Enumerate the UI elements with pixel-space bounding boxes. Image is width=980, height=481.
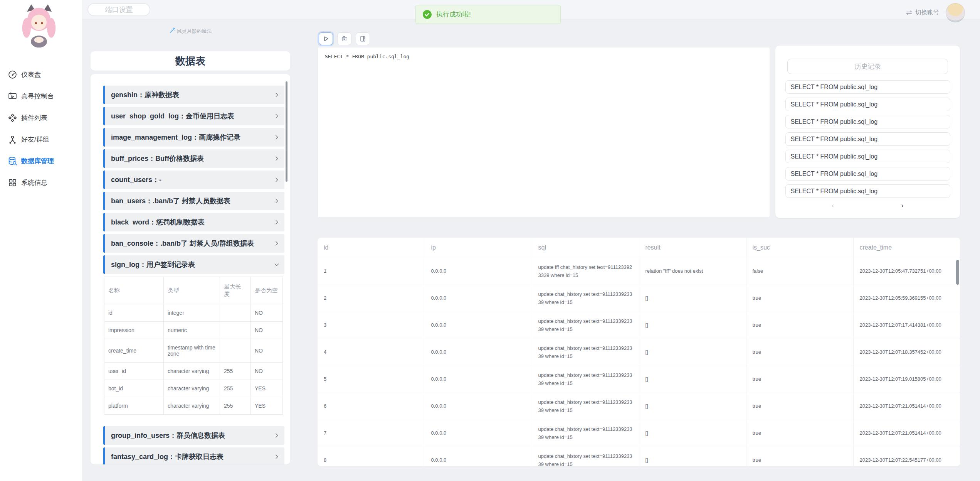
- cell-is-suc: true: [746, 285, 853, 312]
- chevron-right-icon: [274, 134, 280, 140]
- table-item-label: sign_log：用户签到记录表: [111, 260, 195, 269]
- schema-header-cell: 最大长度: [220, 277, 251, 304]
- cell-create-time: 2023-12-30T12:07:22.545177+00:00: [853, 447, 960, 467]
- magic-wand-icon: [169, 27, 176, 34]
- history-item[interactable]: SELECT * FROM public.sql_log: [785, 184, 950, 198]
- watermark: 风灵月影的魔法: [91, 28, 290, 35]
- sql-editor[interactable]: SELECT * FROM public.sql_log: [318, 47, 770, 218]
- cell-ip: 0.0.0.0: [425, 420, 532, 447]
- next-page-button[interactable]: ›: [901, 202, 904, 209]
- results-panel: idipsqlresultis_succreate_time 1 0.0.0.0…: [318, 238, 960, 466]
- sidebar-item-label: 仪表盘: [21, 70, 41, 79]
- sidebar-item-friends-groups[interactable]: 好友/群组: [0, 133, 82, 146]
- table-item[interactable]: genshin：原神数据表: [103, 86, 284, 104]
- schema-row: bot_id character varying 255 YES: [104, 380, 283, 397]
- sidebar: 仪表盘 真寻控制台 插件列表 好友/群组 数据库管理: [0, 0, 82, 481]
- sidebar-item-label: 系统信息: [21, 178, 47, 187]
- table-item[interactable]: user_shop_gold_log：金币使用日志表: [103, 107, 284, 125]
- cell-create-time: 2023-12-30T12:07:18.357452+00:00: [853, 339, 960, 366]
- tables-list-top: genshin：原神数据表 user_shop_gold_log：金币使用日志表…: [91, 86, 290, 274]
- chevron-right-icon: [274, 113, 280, 119]
- table-item[interactable]: count_users：-: [103, 170, 284, 189]
- schema-body: id integer NO impression numeric NO crea…: [104, 304, 283, 415]
- success-toast: 执行成功啦!: [415, 5, 561, 24]
- tables-list-bottom: group_info_users：群员信息数据表 fantasy_card_lo…: [91, 426, 290, 464]
- prev-page-button[interactable]: ‹: [832, 202, 834, 209]
- sidebar-item-plugins[interactable]: 插件列表: [0, 111, 82, 124]
- switch-account-icon: ⇌: [906, 8, 912, 17]
- history-item[interactable]: SELECT * FROM public.sql_log: [785, 132, 950, 146]
- switch-account[interactable]: ⇌ 切换账号: [906, 8, 939, 17]
- plugins-icon: [8, 113, 17, 123]
- results-row: 3 0.0.0.0 update chat_history set text=9…: [318, 312, 960, 339]
- schema-cell-maxlen: [220, 304, 251, 322]
- user-avatar[interactable]: [946, 3, 965, 22]
- table-item[interactable]: group_info_users：群员信息数据表: [103, 426, 284, 445]
- history-title: 历史记录: [787, 59, 948, 74]
- console-icon: [8, 91, 17, 101]
- scrollbar-thumb[interactable]: [286, 81, 287, 182]
- schema-cell-name: create_time: [104, 339, 164, 363]
- clear-sql-button[interactable]: [337, 32, 351, 45]
- chevron-right-icon: [274, 432, 280, 439]
- cell-sql: update fff chat_history set text=9111233…: [532, 258, 639, 285]
- sql-editor-content: SELECT * FROM public.sql_log: [325, 54, 409, 59]
- cell-create-time: 2023-12-30T12:07:17.414381+00:00: [853, 312, 960, 339]
- cell-id: 5: [318, 366, 425, 393]
- table-item[interactable]: buff_prices：Buff价格数据表: [103, 149, 284, 168]
- cell-ip: 0.0.0.0: [425, 366, 532, 393]
- cell-result: []: [639, 420, 746, 447]
- history-item[interactable]: SELECT * FROM public.sql_log: [785, 115, 950, 128]
- results-header-cell: is_suc: [746, 238, 853, 258]
- history-item[interactable]: SELECT * FROM public.sql_log: [785, 150, 950, 163]
- cell-is-suc: true: [746, 339, 853, 366]
- cell-id: 4: [318, 339, 425, 366]
- tables-list-panel: genshin：原神数据表 user_shop_gold_log：金币使用日志表…: [91, 74, 290, 464]
- table-item-label: image_management_log：画廊操作记录: [111, 133, 240, 142]
- table-item-label: ban_users：.ban/b了 封禁人员数据表: [111, 196, 230, 206]
- history-item[interactable]: SELECT * FROM public.sql_log: [785, 98, 950, 111]
- table-item[interactable]: fantasy_card_log：卡牌获取日志表: [103, 447, 284, 464]
- history-item[interactable]: SELECT * FROM public.sql_log: [785, 80, 950, 94]
- sidebar-item-system-info[interactable]: 系统信息: [0, 176, 82, 189]
- results-header-cell: ip: [425, 238, 532, 258]
- table-item[interactable]: ban_console：.ban/b了 封禁人员/群组数据表: [103, 234, 284, 253]
- bot-avatar: [17, 3, 61, 50]
- results-header-cell: result: [639, 238, 746, 258]
- schema-cell-maxlen: 255: [220, 397, 251, 415]
- toast-text: 执行成功啦!: [436, 10, 471, 19]
- scrollbar-thumb[interactable]: [956, 260, 959, 285]
- cell-result: relation "fff" does not exist: [639, 258, 746, 285]
- schema-cell-name: user_id: [104, 363, 164, 380]
- chevron-right-icon: [274, 92, 280, 98]
- sidebar-item-console[interactable]: 真寻控制台: [0, 89, 82, 103]
- results-header-cell: id: [318, 238, 425, 258]
- cell-is-suc: true: [746, 393, 853, 420]
- paste-sql-button[interactable]: [356, 32, 370, 45]
- chevron-right-icon: [274, 177, 280, 183]
- results-table: idipsqlresultis_succreate_time 1 0.0.0.0…: [318, 238, 960, 466]
- sidebar-item-database[interactable]: 数据库管理: [0, 154, 82, 167]
- play-icon: [322, 35, 329, 42]
- cell-result: []: [639, 393, 746, 420]
- schema-cell-nullable: YES: [251, 380, 283, 397]
- table-item[interactable]: sign_log：用户签到记录表: [103, 255, 284, 274]
- run-query-button[interactable]: [319, 32, 333, 45]
- cell-is-suc: true: [746, 366, 853, 393]
- table-item-label: ban_console：.ban/b了 封禁人员/群组数据表: [111, 239, 254, 248]
- cell-sql: update chat_history set text=91112339233…: [532, 420, 639, 447]
- table-item[interactable]: ban_users：.ban/b了 封禁人员数据表: [103, 192, 284, 210]
- schema-row: id integer NO: [104, 304, 283, 322]
- sidebar-item-dashboard[interactable]: 仪表盘: [0, 68, 82, 81]
- schema-cell-nullable: NO: [251, 304, 283, 322]
- results-body: 1 0.0.0.0 update fff chat_history set te…: [318, 258, 960, 467]
- cell-sql: update chat_history set text=91112339233…: [532, 393, 639, 420]
- history-item[interactable]: SELECT * FROM public.sql_log: [785, 167, 950, 181]
- cell-id: 2: [318, 285, 425, 312]
- cell-ip: 0.0.0.0: [425, 393, 532, 420]
- port-settings-button[interactable]: 端口设置: [87, 3, 150, 16]
- table-item[interactable]: image_management_log：画廊操作记录: [103, 128, 284, 147]
- clipboard-icon: [359, 35, 366, 42]
- check-icon: [422, 10, 432, 19]
- table-item[interactable]: black_word：惩罚机制数据表: [103, 213, 284, 231]
